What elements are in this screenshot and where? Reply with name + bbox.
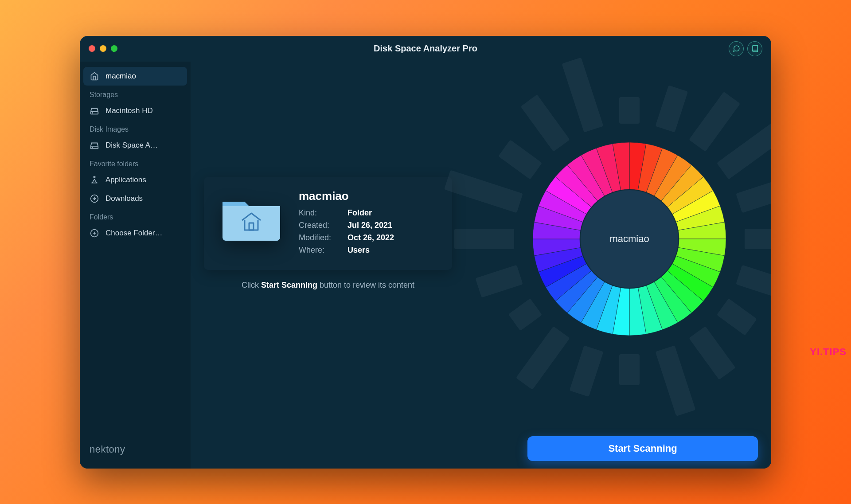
disk-icon	[90, 106, 99, 116]
kind-value: Folder	[347, 208, 394, 218]
instruction-text: Click Start Scanning button to review it…	[204, 281, 452, 290]
folder-info-card: macmiao Kind: Folder Created: Jul 26, 20…	[204, 177, 452, 270]
home-icon	[90, 71, 99, 81]
app-title: Disk Space Analyzer Pro	[80, 43, 771, 54]
sidebar-item-choose-folder[interactable]: Choose Folder…	[83, 224, 187, 242]
title-bar: Disk Space Analyzer Pro	[80, 36, 771, 62]
where-label: Where:	[299, 246, 347, 255]
sidebar-item-home[interactable]: macmiao	[83, 67, 187, 86]
modified-label: Modified:	[299, 233, 347, 242]
sidebar-header-storages: Storages	[83, 86, 187, 102]
sidebar-header-disk-images: Disk Images	[83, 120, 187, 136]
sidebar: macmiao Storages Macintosh HD Disk Image…	[80, 62, 191, 469]
modified-value: Oct 26, 2022	[347, 233, 394, 242]
sidebar-item-downloads[interactable]: Downloads	[83, 189, 187, 208]
created-label: Created:	[299, 221, 347, 230]
download-icon	[90, 194, 99, 203]
sidebar-item-macintosh-hd[interactable]: Macintosh HD	[83, 102, 187, 120]
app-window: Disk Space Analyzer Pro macmiao S	[80, 36, 771, 469]
apps-icon	[90, 175, 99, 185]
created-value: Jul 26, 2021	[347, 221, 394, 230]
sidebar-item-label: macmiao	[105, 72, 136, 81]
svg-point-3	[92, 147, 93, 147]
sunburst-chart: macmiao	[505, 115, 753, 363]
folder-name: macmiao	[299, 189, 394, 203]
sidebar-item-applications[interactable]: Applications	[83, 171, 187, 189]
sidebar-item-label: Choose Folder…	[105, 229, 163, 238]
sidebar-header-folders: Folders	[83, 208, 187, 224]
svg-point-1	[92, 112, 93, 113]
svg-point-4	[94, 176, 95, 177]
start-scanning-button[interactable]: Start Scanning	[527, 436, 758, 461]
where-value: Users	[347, 246, 394, 255]
main-content: macmiao Kind: Folder Created: Jul 26, 20…	[191, 62, 771, 469]
sidebar-item-label: Downloads	[105, 194, 143, 203]
sunburst-center-label: macmiao	[581, 190, 678, 288]
watermark-text: YI.TIPS	[810, 346, 847, 358]
sidebar-item-label: Applications	[105, 176, 146, 184]
sidebar-item-label: Macintosh HD	[105, 106, 153, 115]
folder-home-icon	[218, 189, 285, 242]
sidebar-item-disk-image[interactable]: Disk Space A…	[83, 136, 187, 155]
brand-logo: nektony	[83, 436, 187, 463]
plus-circle-icon	[90, 228, 99, 238]
sidebar-item-label: Disk Space A…	[105, 141, 158, 150]
disk-icon	[90, 141, 99, 150]
sidebar-header-favorite: Favorite folders	[83, 155, 187, 171]
kind-label: Kind:	[299, 208, 347, 218]
